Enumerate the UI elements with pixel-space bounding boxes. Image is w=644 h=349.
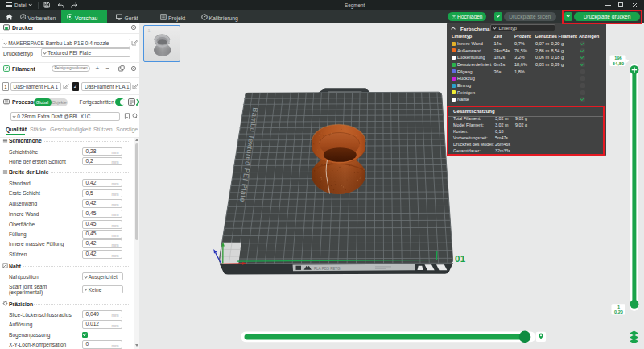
svg-text:PLA PBS PETG: PLA PBS PETG xyxy=(314,267,341,271)
svg-text:1: 1 xyxy=(617,305,620,310)
svg-text:0,20: 0,20 xyxy=(614,310,623,314)
svg-text:196: 196 xyxy=(614,56,621,60)
svg-text:01: 01 xyxy=(455,254,466,264)
svg-text:54,80: 54,80 xyxy=(613,61,624,66)
